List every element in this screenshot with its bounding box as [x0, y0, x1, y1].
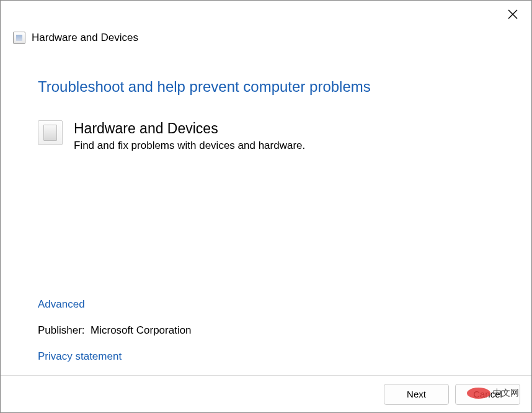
next-button-label: Next	[407, 389, 426, 399]
hardware-devices-icon	[38, 120, 63, 145]
cancel-button-label: Cancel	[473, 389, 502, 399]
troubleshooter-window-icon	[13, 32, 25, 44]
content-area: Troubleshoot and help prevent computer p…	[1, 44, 531, 152]
footer: Next Cancel	[1, 375, 531, 412]
lower-section: Advanced Publisher: Microsoft Corporatio…	[38, 298, 192, 363]
page-heading: Troubleshoot and help prevent computer p…	[38, 78, 494, 95]
troubleshooter-item: Hardware and Devices Find and fix proble…	[38, 120, 494, 152]
troubleshooter-title: Hardware and Devices	[74, 120, 305, 137]
cancel-button[interactable]: Cancel	[455, 384, 520, 405]
troubleshooter-description: Find and fix problems with devices and h…	[74, 140, 305, 152]
window-title: Hardware and Devices	[32, 32, 138, 44]
advanced-link[interactable]: Advanced	[38, 298, 192, 311]
titlebar	[1, 1, 531, 25]
header-row: Hardware and Devices	[1, 25, 531, 44]
privacy-statement-link[interactable]: Privacy statement	[38, 350, 192, 363]
publisher-value: Microsoft Corporation	[91, 324, 192, 336]
publisher-row: Publisher: Microsoft Corporation	[38, 324, 192, 337]
close-icon	[508, 9, 518, 19]
publisher-label: Publisher:	[38, 324, 85, 336]
close-button[interactable]	[505, 7, 520, 22]
next-button[interactable]: Next	[384, 384, 449, 405]
troubleshooter-text: Hardware and Devices Find and fix proble…	[74, 120, 305, 152]
